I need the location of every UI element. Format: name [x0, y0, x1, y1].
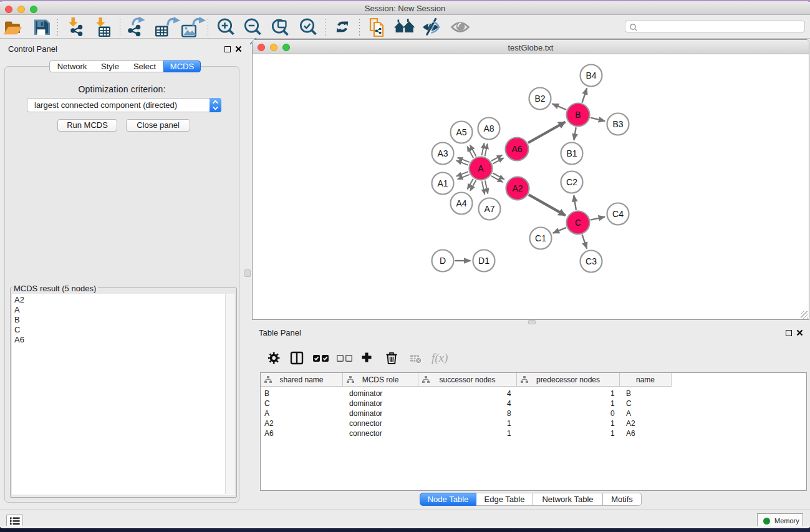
- svg-text:C1: C1: [535, 233, 546, 243]
- svg-text:A3: A3: [437, 148, 448, 158]
- svg-text:B: B: [575, 110, 581, 120]
- svg-text:C4: C4: [612, 209, 624, 219]
- svg-text:D: D: [440, 256, 446, 266]
- svg-text:B2: B2: [534, 94, 545, 104]
- svg-text:B4: B4: [586, 70, 596, 80]
- svg-text:f(x): f(x): [432, 351, 448, 365]
- svg-text:B3: B3: [612, 119, 623, 129]
- svg-text:D1: D1: [478, 256, 489, 266]
- svg-text:A7: A7: [484, 204, 494, 214]
- svg-text:A8: A8: [483, 123, 494, 133]
- svg-text:A4: A4: [456, 198, 466, 208]
- svg-text:A1: A1: [437, 178, 448, 188]
- svg-text:B1: B1: [566, 148, 577, 158]
- svg-text:A6: A6: [511, 144, 522, 154]
- svg-text:C: C: [575, 218, 581, 228]
- svg-text:C2: C2: [566, 177, 577, 187]
- svg-text:A2: A2: [512, 183, 523, 193]
- svg-text:A: A: [478, 163, 484, 173]
- svg-text:C3: C3: [586, 256, 597, 266]
- svg-text:A5: A5: [456, 127, 466, 137]
